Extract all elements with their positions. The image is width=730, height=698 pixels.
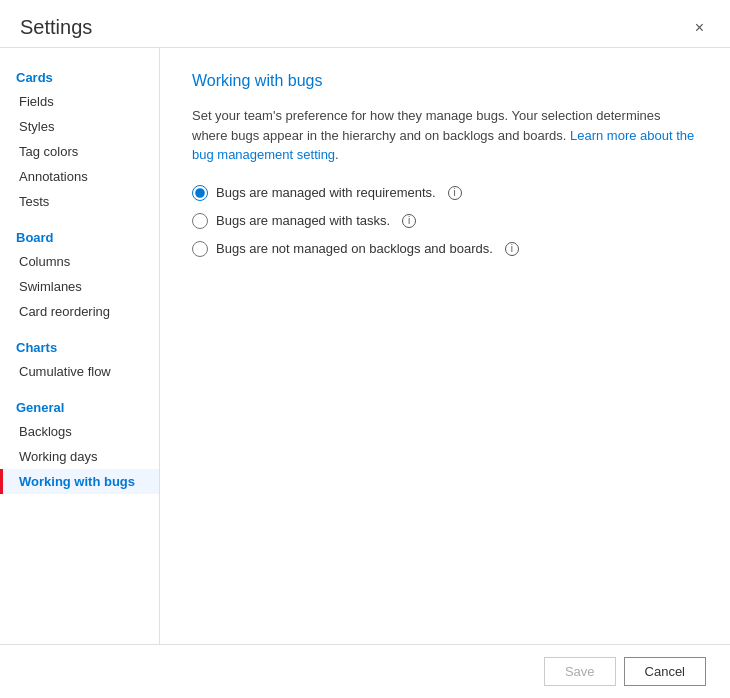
sidebar-section-board: Board [0,220,159,249]
sidebar-item-working-with-bugs[interactable]: Working with bugs [0,469,159,494]
sidebar-item-styles[interactable]: Styles [0,114,159,139]
radio-not-managed-label: Bugs are not managed on backlogs and boa… [216,241,493,256]
sidebar-item-fields[interactable]: Fields [0,89,159,114]
dialog-title: Settings [20,16,92,39]
radio-option-not-managed[interactable]: Bugs are not managed on backlogs and boa… [192,241,698,257]
close-button[interactable]: × [689,18,710,38]
sidebar-item-swimlanes[interactable]: Swimlanes [0,274,159,299]
save-button[interactable]: Save [544,657,616,686]
radio-not-managed[interactable] [192,241,208,257]
sidebar-section-charts: Charts [0,330,159,359]
content-title: Working with bugs [192,72,698,90]
radio-option-requirements[interactable]: Bugs are managed with requirements. i [192,185,698,201]
dialog-body: Cards Fields Styles Tag colors Annotatio… [0,47,730,644]
info-icon-tasks[interactable]: i [402,214,416,228]
sidebar-item-working-days[interactable]: Working days [0,444,159,469]
sidebar-section-cards: Cards [0,60,159,89]
radio-tasks-label: Bugs are managed with tasks. [216,213,390,228]
sidebar-item-tests[interactable]: Tests [0,189,159,214]
radio-group: Bugs are managed with requirements. i Bu… [192,185,698,257]
radio-requirements-label: Bugs are managed with requirements. [216,185,436,200]
sidebar-item-cumulative-flow[interactable]: Cumulative flow [0,359,159,384]
sidebar-section-general: General [0,390,159,419]
info-icon-requirements[interactable]: i [448,186,462,200]
dialog-header: Settings × [0,0,730,47]
settings-dialog: Settings × Cards Fields Styles Tag color… [0,0,730,698]
dialog-footer: Save Cancel [0,644,730,698]
radio-requirements[interactable] [192,185,208,201]
content-area: Working with bugs Set your team's prefer… [160,48,730,644]
sidebar-item-tag-colors[interactable]: Tag colors [0,139,159,164]
sidebar-item-annotations[interactable]: Annotations [0,164,159,189]
cancel-button[interactable]: Cancel [624,657,706,686]
sidebar: Cards Fields Styles Tag colors Annotatio… [0,48,160,644]
sidebar-item-card-reordering[interactable]: Card reordering [0,299,159,324]
radio-option-tasks[interactable]: Bugs are managed with tasks. i [192,213,698,229]
sidebar-item-backlogs[interactable]: Backlogs [0,419,159,444]
content-description: Set your team's preference for how they … [192,106,698,165]
info-icon-not-managed[interactable]: i [505,242,519,256]
content-desc-period: . [335,147,339,162]
radio-tasks[interactable] [192,213,208,229]
sidebar-item-columns[interactable]: Columns [0,249,159,274]
